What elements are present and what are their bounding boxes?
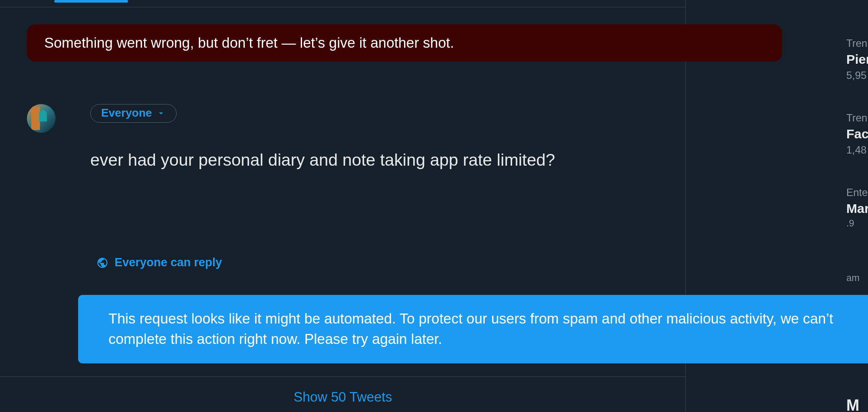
audience-selector[interactable]: Everyone [90, 104, 177, 123]
trend-sub: .9 [846, 218, 868, 229]
trend-title: Mar [846, 201, 868, 216]
trend-title: Fac [846, 127, 868, 141]
avatar[interactable] [27, 104, 56, 133]
toast-notification: This request looks like it might be auto… [78, 295, 868, 363]
compose-text-input[interactable]: ever had your personal diary and note ta… [90, 149, 555, 172]
trend-count: 5,95 [846, 69, 868, 82]
trend-item[interactable]: Tren Pier 5,95 [846, 37, 868, 82]
globe-icon [96, 257, 108, 269]
trend-meta: Ente [846, 186, 868, 199]
toast-text: This request looks like it might be auto… [108, 311, 833, 347]
trend-sub: am [846, 272, 868, 284]
show-more-tweets-button[interactable]: Show 50 Tweets [0, 377, 686, 405]
chevron-down-icon [156, 108, 166, 118]
active-tab-indicator [54, 0, 128, 3]
trend-meta: Tren [846, 37, 868, 49]
error-banner-text: Something went wrong, but don’t fret — l… [44, 35, 454, 51]
trend-count: 1,48 [846, 144, 868, 156]
trend-item[interactable]: Tren Fac 1,48 [846, 112, 868, 156]
audience-label: Everyone [101, 106, 152, 120]
trend-partial-title: M [846, 396, 859, 412]
compose-row: Everyone ever had your personal diary an… [27, 104, 555, 172]
error-banner: Something went wrong, but don’t fret — l… [27, 24, 782, 62]
reply-settings-button[interactable]: Everyone can reply [96, 256, 222, 269]
trend-item[interactable]: Ente Mar .9 am [846, 186, 868, 284]
trend-title: Pier [846, 52, 868, 67]
trend-meta: Tren [846, 112, 868, 124]
show-more-label: Show 50 Tweets [294, 389, 392, 405]
compose-body: Everyone ever had your personal diary an… [90, 104, 555, 172]
reply-settings-label: Everyone can reply [115, 256, 222, 269]
header-divider [0, 7, 686, 7]
feed-divider [0, 376, 686, 377]
